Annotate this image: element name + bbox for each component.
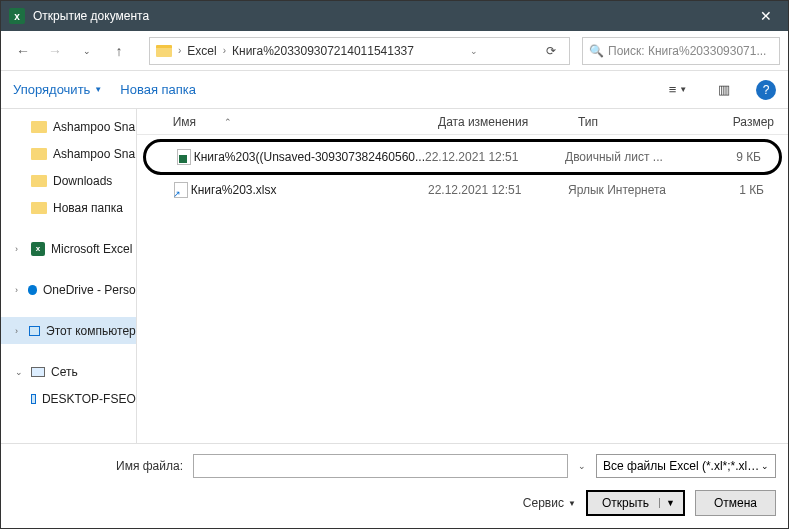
filename-input[interactable]	[193, 454, 568, 478]
open-split-dropdown[interactable]: ▼	[659, 498, 681, 508]
file-name: Книга%203.xlsx	[191, 183, 428, 197]
breadcrumb-1[interactable]: Книга%203309307214011541337	[232, 44, 414, 58]
window-title: Открытие документа	[33, 9, 743, 23]
address-bar[interactable]: › Excel › Книга%203309307214011541337 ⌄ …	[149, 37, 570, 65]
file-type: Ярлык Интернета	[568, 183, 698, 197]
dialog-footer: Имя файла: ⌄ Все файлы Excel (*.xl*;*.xl…	[1, 443, 788, 528]
preview-pane-button[interactable]: ▥	[710, 78, 738, 102]
open-button[interactable]: Открыть ▼	[586, 490, 685, 516]
folder-icon	[31, 121, 47, 133]
nav-tree: Ashampoo Sna Ashampoo Sna Downloads Нова…	[1, 109, 137, 443]
nav-recent-dropdown[interactable]: ⌄	[73, 37, 101, 65]
file-type: Двоичный лист ...	[565, 150, 695, 164]
tree-folder[interactable]: Ashampoo Sna	[1, 140, 136, 167]
excel-binary-icon	[177, 149, 191, 165]
tools-dropdown[interactable]: Сервис ▼	[523, 496, 576, 510]
nav-back-button[interactable]: ←	[9, 37, 37, 65]
file-date: 22.12.2021 12:51	[425, 150, 565, 164]
file-size: 9 КБ	[695, 150, 775, 164]
tree-folder[interactable]: Downloads	[1, 167, 136, 194]
tree-network-pc[interactable]: DESKTOP-FSEO	[1, 385, 136, 412]
file-size: 1 КБ	[698, 183, 778, 197]
nav-forward-button[interactable]: →	[41, 37, 69, 65]
shortcut-icon	[174, 182, 188, 198]
chevron-down-icon: ⌄	[761, 461, 769, 471]
file-row[interactable]: Книга%203.xlsx 22.12.2021 12:51 Ярлык Ин…	[137, 177, 788, 203]
chevron-right-icon: ›	[178, 45, 181, 56]
chevron-down-icon: ▼	[568, 499, 576, 508]
filename-label: Имя файла:	[13, 459, 183, 473]
tree-this-pc[interactable]: ›Этот компьютер	[1, 317, 136, 344]
column-size[interactable]: Размер	[708, 115, 788, 129]
pc-icon	[29, 326, 40, 336]
file-row[interactable]: Книга%203((Unsaved-309307382460560... 22…	[150, 144, 775, 170]
highlighted-file-row: Книга%203((Unsaved-309307382460560... 22…	[143, 139, 782, 175]
sort-indicator-icon: ⌃	[224, 117, 232, 127]
column-date[interactable]: Дата изменения	[438, 115, 578, 129]
cloud-icon	[28, 285, 37, 295]
breadcrumb-0[interactable]: Excel	[187, 44, 216, 58]
tree-excel[interactable]: ›xMicrosoft Excel	[1, 235, 136, 262]
column-type[interactable]: Тип	[578, 115, 708, 129]
close-button[interactable]: ✕	[743, 1, 788, 31]
expand-icon[interactable]: ›	[15, 326, 23, 336]
organize-button[interactable]: Упорядочить ▼	[13, 82, 102, 97]
search-input[interactable]: 🔍 Поиск: Книга%2033093071...	[582, 37, 780, 65]
nav-up-button[interactable]: ↑	[105, 37, 133, 65]
help-button[interactable]: ?	[756, 80, 776, 100]
column-headers: Имя⌃ Дата изменения Тип Размер	[137, 109, 788, 135]
filename-dropdown[interactable]: ⌄	[578, 461, 586, 471]
toolbar: Упорядочить ▼ Новая папка ≡ ▼ ▥ ?	[1, 71, 788, 109]
collapse-icon[interactable]: ⌄	[15, 367, 25, 377]
folder-icon	[31, 175, 47, 187]
tree-onedrive[interactable]: ›OneDrive - Perso	[1, 276, 136, 303]
address-dropdown[interactable]: ⌄	[462, 46, 486, 56]
expand-icon[interactable]: ›	[15, 285, 22, 295]
expand-icon[interactable]: ›	[15, 244, 25, 254]
chevron-down-icon: ▼	[94, 85, 102, 94]
pc-icon	[31, 394, 36, 404]
new-folder-button[interactable]: Новая папка	[120, 82, 196, 97]
refresh-button[interactable]: ⟳	[539, 44, 563, 58]
search-placeholder: Поиск: Книга%2033093071...	[608, 44, 766, 58]
chevron-right-icon: ›	[223, 45, 226, 56]
file-name: Книга%203((Unsaved-309307382460560...	[194, 150, 425, 164]
column-name[interactable]: Имя⌃	[165, 115, 438, 129]
file-list: Имя⌃ Дата изменения Тип Размер Книга%203…	[137, 109, 788, 443]
excel-app-icon: x	[9, 8, 25, 24]
folder-icon	[31, 148, 47, 160]
tree-folder[interactable]: Ashampoo Sna	[1, 113, 136, 140]
tree-folder[interactable]: Новая папка	[1, 194, 136, 221]
body: Ashampoo Sna Ashampoo Sna Downloads Нова…	[1, 109, 788, 443]
search-icon: 🔍	[589, 44, 604, 58]
file-filter-dropdown[interactable]: Все файлы Excel (*.xl*;*.xlsx;* ⌄	[596, 454, 776, 478]
tree-network[interactable]: ⌄Сеть	[1, 358, 136, 385]
view-mode-button[interactable]: ≡ ▼	[664, 78, 692, 102]
cancel-button[interactable]: Отмена	[695, 490, 776, 516]
folder-icon	[31, 202, 47, 214]
file-date: 22.12.2021 12:51	[428, 183, 568, 197]
folder-icon	[156, 45, 172, 57]
titlebar: x Открытие документа ✕	[1, 1, 788, 31]
nav-row: ← → ⌄ ↑ › Excel › Книга%2033093072140115…	[1, 31, 788, 71]
network-icon	[31, 367, 45, 377]
excel-icon: x	[31, 242, 45, 256]
